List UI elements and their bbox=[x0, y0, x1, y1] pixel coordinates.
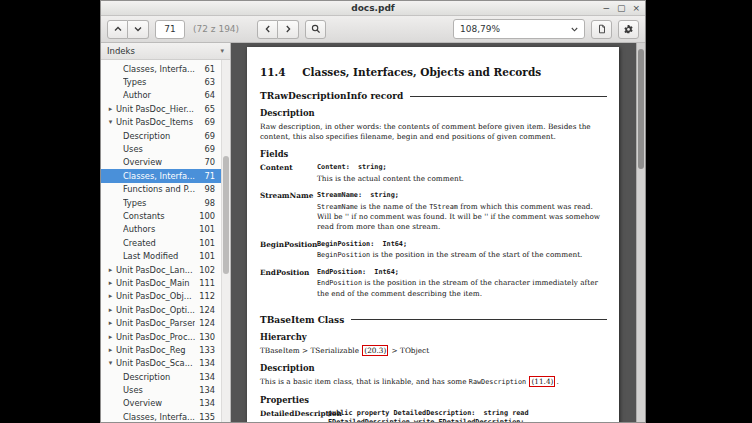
properties-list: DetailedDescriptionpublic property Detai… bbox=[260, 409, 607, 422]
expander-right-icon[interactable]: ▸ bbox=[105, 105, 116, 113]
sidebar-item[interactable]: Classes, Interfa...61 bbox=[101, 62, 221, 75]
search-button[interactable] bbox=[305, 20, 326, 39]
sidebar-scrollbar[interactable] bbox=[221, 60, 230, 422]
sidebar-item[interactable]: ▸Unit PasDoc_Proc...130 bbox=[101, 330, 221, 343]
history-forward-button[interactable] bbox=[278, 20, 299, 39]
sidebar-item[interactable]: ▸Unit PasDoc_Opti...124 bbox=[101, 303, 221, 316]
sidebar-item[interactable]: ▾Unit PasDoc_Sca...134 bbox=[101, 357, 221, 370]
sidebar-item[interactable]: Description134 bbox=[101, 370, 221, 383]
expander-right-icon[interactable]: ▸ bbox=[105, 319, 116, 327]
page-mode-button[interactable] bbox=[591, 20, 612, 39]
sidebar-item[interactable]: Classes, Interfa...71 bbox=[101, 169, 221, 182]
inline-code: StreamName bbox=[317, 203, 358, 211]
expander-right-icon[interactable]: ▸ bbox=[105, 346, 116, 354]
sidebar-item[interactable]: ▸Unit PasDoc_Reg133 bbox=[101, 343, 221, 356]
sidebar-item[interactable]: ▸Unit PasDoc_Main111 bbox=[101, 276, 221, 289]
sidebar-item[interactable]: Authors101 bbox=[101, 223, 221, 236]
sidebar-item-label: Unit PasDoc_Lan... bbox=[116, 265, 195, 275]
pdf-link[interactable]: (11.4) bbox=[529, 376, 555, 387]
next-page-button[interactable] bbox=[128, 20, 149, 39]
window-controls: − ▢ × bbox=[602, 1, 640, 15]
sidebar-item-page: 64 bbox=[204, 90, 215, 100]
sidebar-item-label: Types bbox=[123, 77, 200, 87]
maximize-button[interactable]: ▢ bbox=[617, 4, 626, 13]
sidebar-item-label: Description bbox=[123, 372, 195, 382]
sidebar-item-label: Created bbox=[123, 238, 195, 248]
sidebar-item-label: Classes, Interfa... bbox=[123, 412, 195, 422]
content-scrollbar[interactable] bbox=[636, 43, 645, 422]
sidebar-item[interactable]: Last Modified101 bbox=[101, 249, 221, 262]
sidebar-item[interactable]: ▸Unit PasDoc_Lan...102 bbox=[101, 263, 221, 276]
sidebar-item[interactable]: ▾Unit PasDoc_Items69 bbox=[101, 116, 221, 129]
sidebar-item[interactable]: Uses69 bbox=[101, 142, 221, 155]
pdf-link[interactable]: (20.3) bbox=[362, 345, 388, 356]
content-scrollbar-thumb[interactable] bbox=[638, 49, 644, 169]
sidebar-item-label: Unit PasDoc_Parser bbox=[116, 318, 195, 328]
expander-down-icon[interactable]: ▾ bbox=[105, 359, 116, 367]
hierarchy-heading: Hierarchy bbox=[260, 332, 607, 342]
sidebar-item[interactable]: Types98 bbox=[101, 196, 221, 209]
history-back-button[interactable] bbox=[257, 20, 278, 39]
sidebar-item-label: Uses bbox=[123, 144, 200, 154]
page-count-label: (72 z 194) bbox=[193, 24, 239, 34]
text-segment: > TObject bbox=[389, 346, 429, 355]
window-title: docs.pdf bbox=[351, 3, 395, 13]
sidebar-item-page: 69 bbox=[204, 131, 215, 141]
class-heading-text: TBaseItem Class bbox=[260, 315, 344, 325]
class-heading: TBaseItem Class bbox=[260, 315, 607, 325]
sidebar-item[interactable]: Author64 bbox=[101, 89, 221, 102]
sidebar-item-label: Uses bbox=[123, 385, 195, 395]
expander-down-icon[interactable]: ▾ bbox=[105, 118, 116, 126]
minimize-button[interactable]: − bbox=[602, 4, 610, 13]
sidebar-item[interactable]: ▸Unit PasDoc_Hier...65 bbox=[101, 102, 221, 115]
sidebar-item-page: 111 bbox=[199, 278, 215, 288]
chevron-right-icon bbox=[283, 24, 293, 34]
menu-gear-button[interactable] bbox=[618, 20, 639, 39]
sidebar-item[interactable]: Classes, Interfa...135 bbox=[101, 410, 221, 422]
sidebar-item-label: Authors bbox=[123, 224, 195, 234]
sidebar-item[interactable]: Created101 bbox=[101, 236, 221, 249]
sidebar-item[interactable]: Description69 bbox=[101, 129, 221, 142]
search-icon bbox=[311, 24, 321, 34]
sidebar-item-page: 69 bbox=[204, 144, 215, 154]
document-view: 11.4 Classes, Interfaces, Objects and Re… bbox=[231, 43, 645, 422]
sidebar-mode-dropdown[interactable]: Indeks ▾ bbox=[101, 43, 230, 60]
expander-right-icon[interactable]: ▸ bbox=[105, 292, 116, 300]
previous-page-button[interactable] bbox=[107, 20, 128, 39]
page-number-input[interactable] bbox=[155, 20, 185, 39]
main-area: Indeks ▾ Classes, Interfa...61Types63Aut… bbox=[101, 43, 645, 422]
field-row: EndPositionEndPosition: Int64;EndPositio… bbox=[260, 268, 607, 302]
expander-right-icon[interactable]: ▸ bbox=[105, 306, 116, 314]
sidebar-item[interactable]: Types63 bbox=[101, 75, 221, 88]
expander-right-icon[interactable]: ▸ bbox=[105, 333, 116, 341]
field-declaration: StreamName: string; bbox=[317, 191, 607, 201]
sidebar-item-label: Classes, Interfa... bbox=[123, 64, 200, 74]
sidebar-item[interactable]: Functions and P...98 bbox=[101, 183, 221, 196]
hierarchy-line: TBaseItem > TSerializable (20.3) > TObje… bbox=[260, 346, 607, 356]
expander-right-icon[interactable]: ▸ bbox=[105, 266, 116, 274]
sidebar-item-page: 134 bbox=[199, 372, 215, 382]
sidebar-item[interactable]: Overview70 bbox=[101, 156, 221, 169]
sidebar-item-page: 101 bbox=[199, 224, 215, 234]
chevron-down-icon bbox=[571, 27, 578, 32]
close-button[interactable]: × bbox=[632, 4, 640, 13]
field-declaration: EndPosition: Int64; bbox=[317, 268, 607, 278]
sidebar-item-label: Classes, Interfa... bbox=[123, 171, 200, 181]
sidebar-scrollbar-thumb[interactable] bbox=[223, 156, 229, 274]
sidebar-item[interactable]: Overview134 bbox=[101, 397, 221, 410]
sidebar-item[interactable]: Uses134 bbox=[101, 383, 221, 396]
field-row: ContentContent: string;This is the actua… bbox=[260, 163, 607, 187]
zoom-combobox[interactable]: 108,79% bbox=[453, 19, 585, 39]
text-segment: . bbox=[556, 377, 558, 386]
sidebar-item-label: Unit PasDoc_Opti... bbox=[116, 305, 195, 315]
property-row: DetailedDescriptionpublic property Detai… bbox=[260, 409, 607, 422]
sidebar-item[interactable]: ▸Unit PasDoc_Parser124 bbox=[101, 316, 221, 329]
titlebar[interactable]: docs.pdf − ▢ × bbox=[101, 1, 645, 16]
sidebar-item-page: 124 bbox=[199, 318, 215, 328]
sidebar-item[interactable]: ▸Unit PasDoc_Obj...112 bbox=[101, 290, 221, 303]
expander-right-icon[interactable]: ▸ bbox=[105, 279, 116, 287]
chevron-down-icon bbox=[133, 24, 143, 34]
description-heading: Description bbox=[260, 108, 607, 118]
sidebar-item[interactable]: Constants100 bbox=[101, 209, 221, 222]
section-title: Classes, Interfaces, Objects and Records bbox=[302, 66, 541, 78]
